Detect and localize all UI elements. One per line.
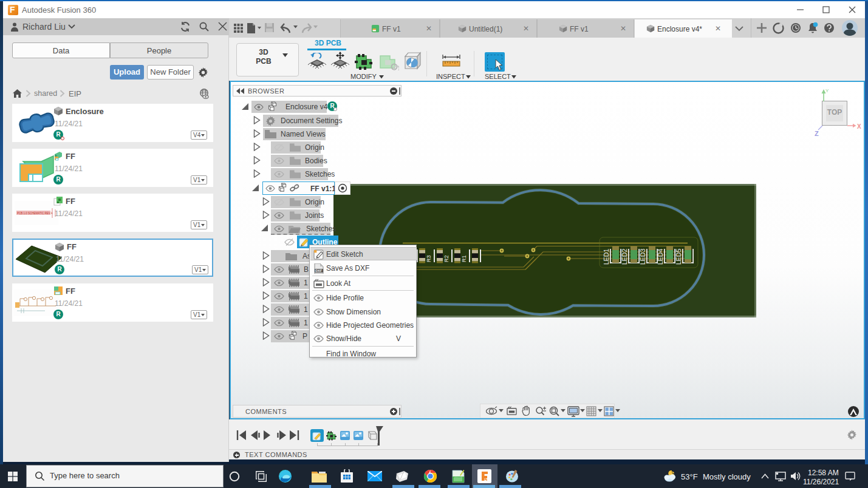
svg-text:R1: R1	[461, 255, 467, 262]
svg-text:LED4: LED4	[657, 249, 664, 265]
svg-text:Z: Z	[815, 130, 819, 137]
svg-text:Y: Y	[825, 88, 829, 93]
svg-text:LED2: LED2	[621, 249, 628, 265]
svg-text:LED5: LED5	[675, 249, 682, 265]
svg-text:R2: R2	[443, 255, 449, 262]
svg-text:X: X	[857, 123, 861, 130]
svg-text:PCB 1.0 SCHEMATIC REV A: PCB 1.0 SCHEMATIC REV A	[17, 212, 53, 215]
svg-text:LED1: LED1	[603, 249, 610, 265]
svg-text:R3: R3	[426, 255, 432, 262]
svg-text:DXF: DXF	[315, 269, 323, 273]
svg-text:LED3: LED3	[639, 249, 646, 265]
